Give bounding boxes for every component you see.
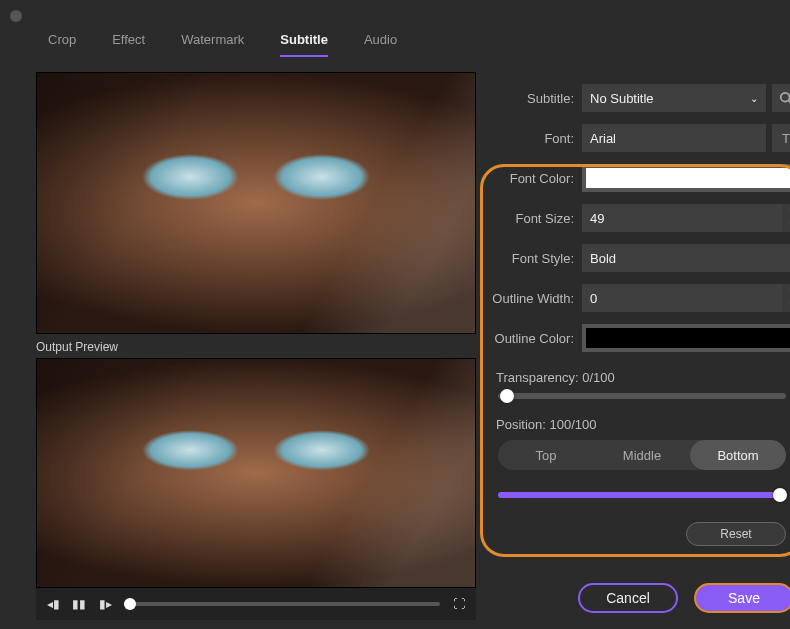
position-slider[interactable] [498, 492, 786, 498]
font-size-label: Font Size: [484, 211, 582, 226]
font-size-down-icon[interactable]: ˅ [782, 218, 790, 232]
pause-icon[interactable]: ▮▮ [72, 597, 86, 611]
font-color-label: Font Color: [484, 171, 582, 186]
search-subtitle-icon[interactable] [772, 84, 790, 112]
prev-frame-icon[interactable]: ◂▮ [46, 597, 60, 611]
position-middle[interactable]: Middle [594, 440, 690, 470]
font-picker-icon[interactable]: T [772, 124, 790, 152]
font-size-input[interactable] [582, 204, 782, 232]
outline-width-label: Outline Width: [484, 291, 582, 306]
outline-width-input[interactable] [582, 284, 782, 312]
position-bottom[interactable]: Bottom [690, 440, 786, 470]
font-size-up-icon[interactable]: ˄ [782, 204, 790, 218]
window-close-icon[interactable] [10, 10, 22, 22]
playback-controls: ◂▮ ▮▮ ▮▸ ⛶ [36, 588, 476, 620]
output-preview [36, 358, 476, 588]
next-frame-icon[interactable]: ▮▸ [98, 597, 112, 611]
subtitle-select[interactable]: No Subtitle ⌄ [582, 84, 766, 112]
outline-width-down-icon[interactable]: ˅ [782, 298, 790, 312]
transparency-label: Transparency: 0/100 [496, 370, 790, 385]
outline-color-swatch[interactable] [582, 324, 790, 352]
svg-point-0 [781, 93, 790, 102]
tab-watermark[interactable]: Watermark [181, 32, 244, 55]
position-top[interactable]: Top [498, 440, 594, 470]
font-label: Font: [484, 131, 582, 146]
subtitle-select-value: No Subtitle [590, 91, 654, 106]
output-preview-label: Output Preview [36, 340, 476, 354]
transparency-slider[interactable] [498, 393, 786, 399]
reset-button[interactable]: Reset [686, 522, 786, 546]
tabs-bar: Crop Effect Watermark Subtitle Audio [0, 32, 790, 64]
font-style-input[interactable] [582, 244, 790, 272]
outline-color-label: Outline Color: [484, 331, 582, 346]
scrub-slider[interactable] [124, 602, 440, 606]
tab-subtitle[interactable]: Subtitle [280, 32, 328, 57]
font-color-swatch[interactable] [582, 164, 790, 192]
tab-effect[interactable]: Effect [112, 32, 145, 55]
subtitle-label: Subtitle: [484, 91, 582, 106]
chevron-down-icon: ⌄ [750, 93, 758, 104]
tab-audio[interactable]: Audio [364, 32, 397, 55]
source-preview [36, 72, 476, 334]
font-input[interactable] [582, 124, 766, 152]
fullscreen-icon[interactable]: ⛶ [452, 597, 466, 611]
position-label: Position: 100/100 [496, 417, 790, 432]
tab-crop[interactable]: Crop [48, 32, 76, 55]
position-segmented: Top Middle Bottom [498, 440, 786, 470]
window-titlebar [0, 0, 790, 32]
save-button[interactable]: Save [694, 583, 790, 613]
outline-width-up-icon[interactable]: ˄ [782, 284, 790, 298]
font-style-label: Font Style: [484, 251, 582, 266]
cancel-button[interactable]: Cancel [578, 583, 678, 613]
